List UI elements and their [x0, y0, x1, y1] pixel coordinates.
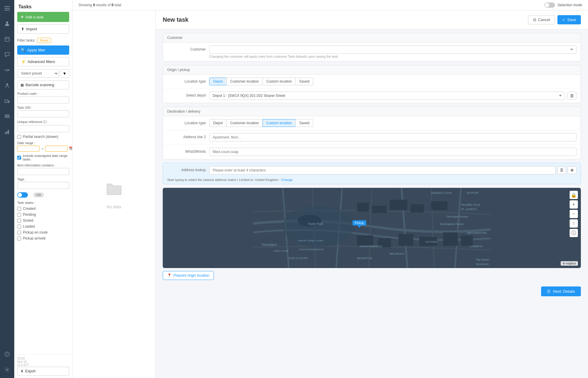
advanced-filters-button[interactable]: ⚡ Advanced filters [17, 57, 69, 66]
map-compass-btn[interactable]: ↑ [570, 219, 578, 228]
destination-location-buttons: Depot Customer location Custom location … [209, 119, 576, 127]
apply-filter-button[interactable]: 🔍 Apply filter [17, 45, 69, 55]
origin-customer-location-btn[interactable]: Customer location [226, 78, 263, 85]
destination-location-type-row: Location type Depot Customer location Cu… [163, 116, 581, 130]
add-task-button[interactable]: + Add a task [17, 12, 69, 22]
depot-select-row: Depot 1 - [SW1X 9QX] 201-202 Sloane Stre… [209, 92, 576, 100]
what3words-input[interactable] [209, 148, 576, 156]
chart-icon[interactable] [2, 127, 12, 137]
dest-customer-location-btn[interactable]: Customer location [226, 119, 263, 127]
address-settings-icon-btn[interactable]: ⚙ [568, 166, 576, 174]
state-pickup-en-route: Pickup en route [14, 229, 72, 235]
barcode-icon: ▦ [20, 83, 24, 87]
state-loaded-checkbox[interactable] [17, 225, 21, 229]
filter-search-icon: 🔍 [21, 48, 26, 52]
include-date-range-checkbox[interactable] [17, 156, 21, 160]
depot-select[interactable]: Depot 1 - [SW1X 9QX] 201-202 Sloane Stre… [209, 92, 565, 100]
item-info-label: Item information contains : [17, 163, 69, 167]
destination-location-type-label: Location type [167, 119, 206, 125]
import-button[interactable]: ⬆ Import [17, 24, 69, 34]
dest-custom-location-btn[interactable]: Custom location [263, 119, 295, 127]
date-to-input[interactable]: 2023-11-14 [45, 146, 67, 152]
origin-custom-location-btn[interactable]: Custom location [263, 78, 295, 85]
selection-mode-toggle[interactable] [544, 2, 555, 8]
partial-search-checkbox[interactable] [17, 135, 21, 139]
state-pending-checkbox[interactable] [17, 213, 21, 217]
origin-location-buttons: Depot Customer location Custom location … [209, 78, 576, 85]
svg-text:WESTMINSTER: WESTMINSTER [467, 231, 487, 234]
origin-depot-btn[interactable]: Depot [209, 78, 226, 85]
state-pickup-arrived-checkbox[interactable] [17, 237, 21, 240]
map-container: Hyde Park Kensington KNIGHTSBRIDGE BELGR… [163, 188, 581, 268]
map-info-btn[interactable]: ⓘ [570, 229, 578, 237]
next-details-button[interactable]: ☰ Next: Details [541, 286, 581, 296]
tags-input[interactable] [17, 182, 69, 189]
address-hint: Start typing to select the nearest addre… [163, 177, 581, 184]
list-icon: ☰ [570, 94, 574, 98]
cancel-button[interactable]: ⊟ Cancel [528, 15, 555, 24]
destination-section-header: Destination / delivery [163, 107, 581, 116]
barcode-scanning-button[interactable]: ▦ Barcode scanning [17, 81, 69, 89]
svg-text:Buckingham Palace: Buckingham Palace [440, 223, 464, 226]
chat-icon[interactable] [2, 50, 12, 59]
map-lock-icon[interactable]: 🔒 [570, 191, 578, 199]
tags-label: Tags : [17, 177, 69, 181]
svg-text:BROMPTON: BROMPTON [357, 257, 372, 260]
svg-rect-15 [7, 131, 7, 134]
svg-text:SOUTH KENSINGTON: SOUTH KENSINGTON [299, 248, 324, 251]
top-bar: Showing 0 results of 0 total Selection m… [72, 0, 588, 10]
pinpoint-origin-button[interactable]: 📍 Pinpoint origin location [163, 271, 214, 280]
address-list-icon-btn[interactable]: ☰ [557, 166, 566, 174]
address-lookup-section: Address lookup ☰ ⚙ Start typing to selec… [163, 163, 581, 184]
box-icon[interactable] [2, 34, 12, 44]
svg-text:?: ? [6, 353, 8, 356]
svg-text:Tate Britain: Tate Britain [476, 258, 489, 261]
state-pickup-en-route-checkbox[interactable] [17, 231, 21, 234]
what3words-label: What3Words [167, 148, 206, 154]
mapbox-logo: ⊕ mapbox [561, 261, 578, 266]
folder-icon [105, 179, 124, 201]
unique-reference-input[interactable] [17, 125, 69, 132]
map-zoom-out-btn[interactable]: − [570, 210, 578, 218]
what3words-control [209, 148, 576, 156]
truck-icon[interactable] [2, 96, 12, 106]
reset-button[interactable]: Reset [37, 38, 51, 43]
person-icon[interactable] [2, 81, 12, 90]
destination-section: Destination / delivery Location type Dep… [163, 107, 581, 159]
or-toggle[interactable] [17, 192, 28, 198]
depot-list-icon-btn[interactable]: ☰ [568, 92, 576, 100]
include-date-range-row: Include unassigned date range tasks [14, 153, 72, 162]
export-button[interactable]: ⬇ Export [17, 367, 69, 376]
settings-icon-sm: ⚙ [570, 168, 574, 172]
showing-text: Showing 0 results of 0 total [78, 3, 121, 7]
product-code-input[interactable] [17, 96, 69, 103]
svg-text:MAYFAIR: MAYFAIR [467, 191, 478, 194]
help-icon[interactable]: ? [2, 349, 12, 359]
address-line2-input[interactable] [209, 133, 576, 141]
main-area: Showing 0 results of 0 total Selection m… [72, 0, 588, 378]
change-link[interactable]: Change [281, 178, 293, 182]
preset-caret-button[interactable]: ▼ [60, 69, 69, 78]
state-sorted-checkbox[interactable] [17, 219, 21, 223]
dest-saved-btn[interactable]: Saved [295, 119, 313, 127]
task-uid-input[interactable] [17, 110, 69, 117]
origin-location-type-control: Depot Customer location Custom location … [209, 78, 576, 85]
customer-hint: Changing the customer will apply rules f… [209, 55, 576, 58]
svg-rect-12 [5, 115, 9, 116]
origin-saved-btn[interactable]: Saved [295, 78, 313, 85]
save-button[interactable]: ✓ Save [557, 15, 581, 24]
select-preset-dropdown[interactable]: Select preset [17, 69, 59, 78]
dest-depot-btn[interactable]: Depot [209, 119, 226, 127]
users-icon[interactable] [2, 19, 12, 29]
route-icon[interactable] [2, 65, 12, 75]
address-lookup-input[interactable] [209, 166, 556, 174]
state-created-checkbox[interactable] [17, 207, 21, 211]
date-from-input[interactable]: 2023-11-14 [17, 146, 39, 152]
storage-icon[interactable] [2, 112, 12, 121]
customer-select[interactable] [209, 45, 576, 54]
map-zoom-in-btn[interactable]: + [570, 200, 578, 209]
menu-icon[interactable] [2, 4, 12, 13]
calendar-icon: 📅 [69, 147, 72, 151]
settings-icon[interactable] [2, 365, 12, 374]
item-info-input[interactable] [17, 168, 69, 175]
